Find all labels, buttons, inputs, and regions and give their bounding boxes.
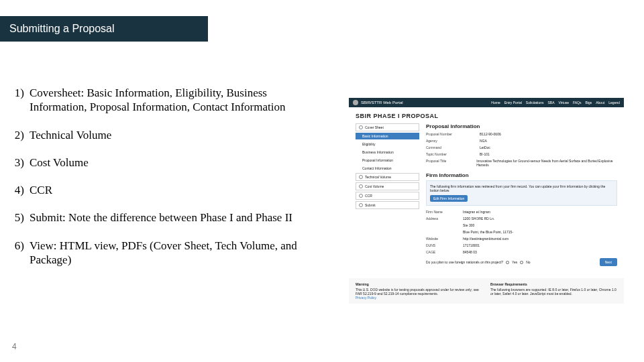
step-icon	[359, 194, 363, 198]
portal-brand: SBIR/STTR Web Portal	[361, 101, 403, 105]
field-value: Integran et Ingram	[463, 210, 490, 214]
numbered-list: 1)Coversheet: Basic Information, Eligibi…	[11, 86, 319, 280]
list-item: 6)View: HTML view, PDFs (Cover Sheet, Te…	[11, 239, 319, 267]
field-label: DUNS	[426, 243, 463, 247]
step-cost[interactable]: Cost Volume	[356, 182, 419, 190]
radio-yes[interactable]	[506, 261, 509, 264]
list-text: CCR	[30, 183, 319, 197]
step-ccr[interactable]: CCR	[356, 192, 419, 200]
nav-link[interactable]: Virtuse	[559, 101, 569, 105]
portal-screenshot: SBIR/STTR Web Portal Home Entry Portal S…	[349, 98, 624, 306]
field-label: Firm Name	[426, 210, 463, 214]
step-icon	[359, 175, 363, 179]
field-value: NGA	[480, 139, 487, 143]
step-icon	[359, 184, 363, 188]
nav-link[interactable]: About	[596, 101, 604, 105]
portal-main: Proposal Information Proposal NumberB112…	[426, 123, 617, 266]
list-item: 5)Submit: Note the difference between Ph…	[11, 210, 319, 225]
step-business[interactable]: Business Information	[356, 149, 419, 156]
step-icon	[359, 125, 363, 129]
field-value: LetDoc	[480, 145, 490, 149]
list-text: Technical Volume	[30, 128, 319, 142]
nav-link[interactable]: SBA	[547, 101, 554, 105]
list-text: Submit: Note the difference between Phas…	[30, 210, 319, 225]
field-value: 171718001	[463, 243, 480, 247]
field-label	[426, 223, 463, 227]
field-label	[426, 230, 463, 234]
portal-nav: SBIR/STTR Web Portal Home Entry Portal S…	[349, 98, 624, 107]
footer-warning-title: Warning	[356, 282, 482, 286]
footer-req: The following browsers are supported: IE…	[490, 288, 617, 296]
field-label: CAGE	[426, 250, 463, 254]
nav-link[interactable]: Solicitations	[526, 101, 544, 105]
list-item: 3)Cost Volume	[11, 156, 319, 170]
section-title: Proposal Information	[426, 123, 617, 129]
step-cover[interactable]: Cover Sheet	[356, 123, 419, 131]
field-label: Website	[426, 237, 463, 241]
edit-firm-button[interactable]: Edit Firm Information	[430, 195, 468, 202]
step-contact[interactable]: Contact Information	[356, 165, 419, 172]
next-button[interactable]: Next	[600, 258, 617, 266]
field-value: 84548 03	[463, 250, 477, 254]
field-value: Blue Point, the Blue Point, 11715-	[463, 230, 513, 234]
field-value: B112-90-0606	[480, 132, 501, 136]
field-label: Address	[426, 217, 463, 221]
footer-req-title: Browser Requirements	[490, 282, 617, 286]
step-submit[interactable]: Submit	[356, 201, 419, 209]
list-num: 6)	[11, 239, 30, 267]
field-value: Innovative Technologies for Ground-senso…	[476, 159, 617, 167]
list-item: 4)CCR	[11, 183, 319, 197]
step-basic[interactable]: Basic Information	[356, 133, 419, 139]
firm-title: Firm Information	[426, 172, 617, 178]
nav-link[interactable]: Bigs	[586, 101, 592, 105]
step-sidebar: Cover Sheet Basic Information Eligibilit…	[356, 123, 419, 266]
nav-link[interactable]: Home	[491, 101, 500, 105]
list-num: 1)	[11, 86, 30, 115]
nav-links: Home Entry Portal Solicitations SBA Virt…	[491, 101, 620, 105]
field-label: Proposal Title	[426, 159, 476, 167]
portal-footer: Warning This U.S. DOD website is for tes…	[349, 278, 624, 304]
field-value: http://testintegranbinomial.com	[463, 237, 508, 241]
slide-title: Submitting a Proposal	[9, 23, 115, 35]
list-text: View: HTML view, PDFs (Cover Sheet, Tech…	[30, 239, 319, 267]
firm-note: The following firm information was retri…	[430, 184, 613, 192]
step-icon	[359, 203, 363, 207]
footer-warning: This U.S. DOD website is for testing pro…	[356, 288, 482, 296]
list-text: Cost Volume	[30, 156, 319, 170]
list-text: Coversheet: Basic Information, Eligibili…	[30, 86, 319, 115]
firm-info-box: The following firm information was retri…	[426, 180, 617, 206]
field-value: 1200 SHORE RD Ln.	[463, 217, 494, 221]
page-number: 4	[12, 342, 17, 351]
nav-link[interactable]: Entry Portal	[504, 101, 522, 105]
list-item: 2)Technical Volume	[11, 128, 319, 142]
logo-icon	[353, 100, 358, 105]
list-num: 2)	[11, 128, 30, 142]
nav-link[interactable]: FAQs	[573, 101, 582, 105]
field-value: BI-101	[480, 152, 490, 156]
privacy-link[interactable]: Privacy Policy	[356, 296, 376, 300]
field-label: Proposal Number	[426, 132, 480, 136]
list-item: 1)Coversheet: Basic Information, Eligibi…	[11, 86, 319, 115]
portal-page-title: SBIR PHASE I PROPOSAL	[356, 113, 617, 119]
field-label: Topic Number	[426, 152, 480, 156]
nav-link[interactable]: Legend	[608, 101, 620, 105]
slide-title-bar: Submitting a Proposal	[0, 16, 208, 42]
radio-no[interactable]	[520, 261, 523, 264]
list-num: 5)	[11, 210, 30, 225]
field-label: Command	[426, 145, 480, 149]
field-label: Agency	[426, 139, 480, 143]
step-eligibility[interactable]: Eligibility	[356, 141, 419, 147]
step-proposal[interactable]: Proposal Information	[356, 157, 419, 164]
itar-question: Do you plan to use foreign nationals on …	[426, 260, 531, 264]
step-tech[interactable]: Technical Volume	[356, 173, 419, 181]
list-num: 3)	[11, 156, 30, 170]
list-num: 4)	[11, 183, 30, 197]
field-value: Ste 300	[463, 223, 474, 227]
